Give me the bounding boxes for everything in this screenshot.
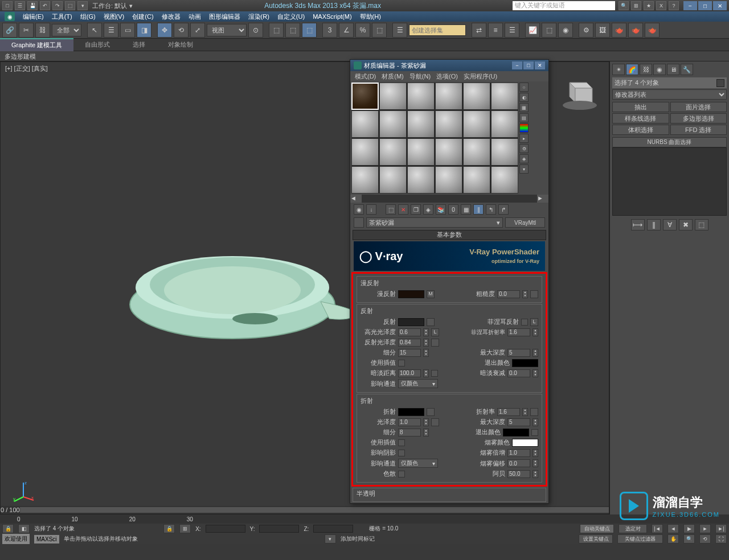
material-name-dropdown[interactable]: 茶紫砂漏▾ [366,217,503,228]
make-unique-icon[interactable]: ◈ [423,204,433,215]
unlink-icon[interactable]: ✂ [19,23,34,38]
open-icon[interactable]: ☰ [15,1,25,10]
angle-snap-icon[interactable]: ∠ [339,23,354,38]
fresnel-checkbox[interactable] [521,319,528,326]
named-selection-input[interactable] [409,24,466,36]
assign-icon[interactable]: ⬚ [386,204,396,215]
menu-group[interactable]: 组(G) [80,13,96,21]
render-setup-icon[interactable]: ⚙ [579,23,593,38]
viewport-scrollbar[interactable]: 0 / 100 [1,506,609,514]
tab-create-icon[interactable]: ✴ [612,64,625,75]
menu-grapheditor[interactable]: 图形编辑器 [209,13,240,21]
scale-icon[interactable]: ⤢ [190,23,205,38]
material-slot[interactable] [463,166,490,193]
y-coord-input[interactable] [259,525,299,533]
redo-icon[interactable]: ↷ [52,1,63,10]
make-preview-icon[interactable]: ▸ [519,134,529,143]
reflect-glossy-spinner[interactable]: 0.84 [398,339,421,347]
spinner-buttons[interactable]: ▲▼ [522,290,528,298]
rotate-icon[interactable]: ⟲ [174,23,189,38]
select-icon[interactable]: ↖ [87,23,102,38]
time-tag-icon[interactable]: ▾ [325,534,336,543]
menu-create[interactable]: 创建(C) [132,13,153,21]
material-slot-0[interactable] [351,83,379,110]
nurbs-btn[interactable]: NURBS 曲面选择 [612,137,727,147]
tab-display-icon[interactable]: 🖥 [667,64,679,75]
selected-button[interactable]: 选定对 [619,524,647,533]
dim-checkbox[interactable] [431,370,438,377]
make-copy-icon[interactable]: ❐ [411,204,421,215]
material-slot[interactable] [491,138,518,166]
fog-bias-spinner[interactable]: 0.0 [507,459,530,467]
reflect-maxdepth-spinner[interactable]: 5 [507,349,530,357]
material-slot[interactable] [407,83,435,110]
modifier-btn-3[interactable]: 多边形选择 [670,113,727,123]
isolate-icon[interactable]: ◧ [18,524,30,533]
autokey-button[interactable]: 自动关键点 [580,524,614,533]
slot-scrollbar[interactable]: ◄► [350,195,548,203]
background-icon[interactable]: ▦ [519,103,529,112]
material-editor-titlebar[interactable]: 材质编辑器 - 茶紫砂漏 − □ ✕ [350,60,548,71]
sample-type-icon[interactable]: ○ [519,83,529,92]
move-icon[interactable]: ✥ [157,23,172,38]
material-slot[interactable] [351,138,379,166]
go-sibling-icon[interactable]: ↱ [498,204,509,215]
ribbon-tab-graphite[interactable]: Graphite 建模工具 [0,38,73,51]
put-to-scene-icon[interactable]: ↓ [366,204,376,215]
maximize-button[interactable]: □ [523,61,534,69]
mat-id-icon[interactable]: 0 [448,204,458,215]
window-crossing-icon[interactable]: ◨ [137,23,151,38]
material-slot[interactable] [463,110,490,138]
fresnel-ior-spinner[interactable]: 1.6 [507,328,530,336]
menu-help[interactable]: 帮助(H) [360,13,381,21]
manip-icon[interactable]: ⬚ [269,23,284,38]
z-coord-input[interactable] [313,525,353,533]
named-sel-icon[interactable]: ☰ [392,23,407,38]
help-icon[interactable]: ? [669,1,679,10]
reflect-affect-dropdown[interactable]: 仅颜色▾ [398,379,438,388]
show-end-result-icon[interactable]: ‖ [473,204,484,215]
material-slot[interactable] [407,110,435,138]
workspace-label[interactable]: 工作台: 默认 [92,2,127,10]
percent-snap-icon[interactable]: % [355,23,370,38]
nav-orbit-icon[interactable]: ⟲ [699,534,711,543]
put-library-icon[interactable]: 📚 [436,204,446,215]
dim-distance-spinner[interactable]: 100.0 [398,369,421,377]
abbe-spinner[interactable]: 50.0 [507,470,530,478]
render-frame-icon[interactable]: 🖼 [595,23,610,38]
tab-modify-icon[interactable]: 🌈 [626,64,638,75]
spinner-snap-icon[interactable]: ⬚ [372,23,387,38]
ribbon-tab-freeform[interactable]: 自由形式 [73,39,121,51]
hglossy-lock[interactable]: L [431,328,439,336]
bind-icon[interactable]: ⛓ [35,23,50,38]
exchange-icon[interactable]: X [656,1,666,10]
material-slot[interactable] [463,138,490,166]
mat-menu-mode[interactable]: 模式(D) [355,72,376,80]
star-icon[interactable]: ★ [644,1,654,10]
refract-exit-checkbox[interactable] [531,429,538,436]
ribbon-tab-paint[interactable]: 对象绘制 [157,39,204,51]
app-icon[interactable]: ◉ [5,12,15,21]
ribbon-tab-selection[interactable]: 选择 [121,39,157,51]
material-slot[interactable] [407,138,435,166]
material-editor-icon[interactable]: ◉ [558,23,573,38]
diffuse-map-button[interactable]: M [427,290,435,298]
material-slot[interactable] [435,83,462,110]
help-search-input[interactable]: 键入关键字或短语 [513,1,615,10]
reflect-map-button[interactable] [427,318,435,326]
sample-uv-icon[interactable]: ▤ [519,113,529,122]
reflect-exit-color[interactable] [512,359,538,367]
material-slot[interactable] [463,83,490,110]
roughness-spinner[interactable]: 0.0 [497,290,520,298]
viewcube[interactable] [558,74,598,114]
tab-motion-icon[interactable]: ◉ [653,64,666,75]
modifier-btn-2[interactable]: 样条线选择 [612,113,669,123]
maximize-button[interactable]: □ [698,1,712,10]
roughness-map-button[interactable] [530,290,538,298]
make-unique-icon[interactable]: ∀ [663,219,677,230]
material-slot[interactable] [351,166,379,193]
nav-max-icon[interactable]: ⛶ [715,534,727,543]
select-rect-icon[interactable]: ▭ [120,23,135,38]
curve-editor-icon[interactable]: 📈 [525,23,540,38]
remove-mod-icon[interactable]: ✖ [679,219,693,230]
